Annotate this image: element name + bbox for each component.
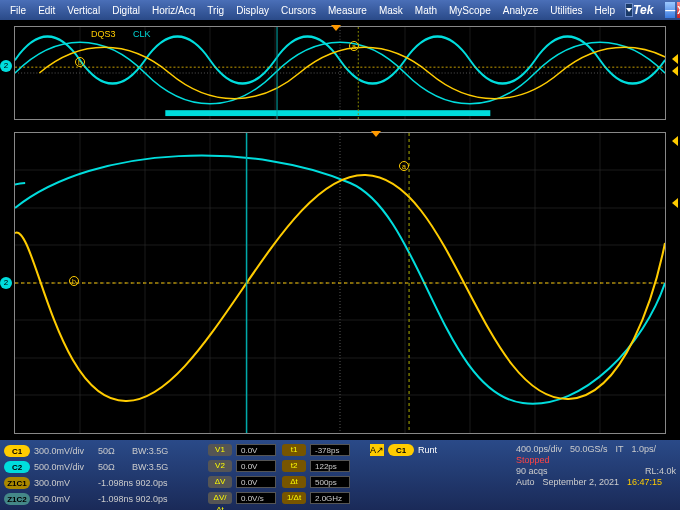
- meas-dt-v: 500ps: [310, 476, 350, 488]
- toolbar-dropdown-icon[interactable]: [625, 3, 633, 17]
- menu-trig[interactable]: Trig: [201, 5, 230, 16]
- trigger-t-marker: [331, 25, 341, 31]
- brand-label: Tek: [633, 3, 663, 17]
- z1c2-badge: Z1C2: [4, 493, 30, 505]
- menu-display[interactable]: Display: [230, 5, 275, 16]
- acq-count: 90 acqs: [516, 466, 548, 476]
- c2-badge: C2: [4, 461, 30, 473]
- menu-utilities[interactable]: Utilities: [544, 5, 588, 16]
- main-right-arrow-2: [672, 198, 678, 208]
- ov-right-arrow-2: [672, 66, 678, 76]
- meas-dvdt-k: ΔV/Δt: [208, 492, 232, 504]
- trigger-source: C1: [388, 444, 414, 456]
- menu-measure[interactable]: Measure: [322, 5, 373, 16]
- meas-v1-v: 0.0V: [236, 444, 276, 456]
- menu-help[interactable]: Help: [589, 5, 622, 16]
- z1c1-pos: -1.098ns 902.0ps: [98, 478, 188, 488]
- acq-state: Stopped: [516, 455, 550, 465]
- trigger-panel[interactable]: A↗ C1 Runt: [370, 444, 437, 506]
- meas-t1-v: -378ps: [310, 444, 350, 456]
- cursor-a-tag-main[interactable]: a: [399, 161, 409, 171]
- main-svg: [15, 133, 665, 433]
- acq-date: September 2, 2021: [543, 477, 620, 487]
- c2-bw: BW:3.5G: [132, 462, 176, 472]
- menu-file[interactable]: File: [4, 5, 32, 16]
- menu-horiz-acq[interactable]: Horiz/Acq: [146, 5, 201, 16]
- overview-svg: [15, 27, 665, 119]
- z1c2-pos: -1.098ns 902.0ps: [98, 494, 188, 504]
- minimize-button[interactable]: —: [665, 2, 675, 18]
- c2-imp: 50Ω: [98, 462, 128, 472]
- acq-time: 16:47:15: [627, 477, 662, 487]
- menu-vertical[interactable]: Vertical: [61, 5, 106, 16]
- measurements-panel: V10.0V V20.0V ΔV0.0V ΔV/Δt0.0V/s t1-378p…: [208, 444, 350, 506]
- meas-v2-v: 0.0V: [236, 460, 276, 472]
- main-trigger-marker: [371, 131, 381, 137]
- z1c1-badge: Z1C1: [4, 477, 30, 489]
- overview-ch1-label: DQS3: [91, 29, 116, 39]
- menu-mask[interactable]: Mask: [373, 5, 409, 16]
- ch2-ground-marker[interactable]: 2: [0, 60, 12, 72]
- meas-dv-k: ΔV: [208, 476, 232, 488]
- meas-1dt-v: 2.0GHz: [310, 492, 350, 504]
- meas-dv-v: 0.0V: [236, 476, 276, 488]
- timebase-interp: 1.0ps/: [632, 444, 657, 454]
- menu-digital[interactable]: Digital: [106, 5, 146, 16]
- ch-row-c2[interactable]: C2 500.0mV/div 50Ω BW:3.5G: [4, 460, 188, 474]
- trigger-slope-icon: A↗: [370, 444, 384, 456]
- timebase-scale: 400.0ps/div: [516, 444, 562, 454]
- meas-dt-k: Δt: [282, 476, 306, 488]
- acq-rl: RL:4.0k: [645, 466, 676, 476]
- timebase-mode: IT: [616, 444, 624, 454]
- ov-right-arrow-1: [672, 54, 678, 64]
- c1-imp: 50Ω: [98, 446, 128, 456]
- c1-bw: BW:3.5G: [132, 446, 176, 456]
- meas-t2-k: t2: [282, 460, 306, 472]
- menu-cursors[interactable]: Cursors: [275, 5, 322, 16]
- meas-t1-k: t1: [282, 444, 306, 456]
- c2-scale: 500.0mV/div: [34, 462, 94, 472]
- trigger-type: Runt: [418, 445, 437, 455]
- status-panel: 400.0ps/div 50.0GS/s IT 1.0ps/ Stopped 9…: [516, 444, 676, 506]
- cursor-a-tag-overview[interactable]: a: [349, 41, 359, 51]
- menu-analyze[interactable]: Analyze: [497, 5, 545, 16]
- ch-row-z1c1[interactable]: Z1C1 300.0mV -1.098ns 902.0ps: [4, 476, 188, 490]
- scope-area: DQS3 CLK b a 2 b a: [0, 20, 680, 440]
- meas-dvdt-v: 0.0V/s: [236, 492, 276, 504]
- svg-rect-10: [165, 110, 490, 116]
- z1c1-scale: 300.0mV: [34, 478, 94, 488]
- overview-ch2-label: CLK: [133, 29, 151, 39]
- menu-edit[interactable]: Edit: [32, 5, 61, 16]
- menu-math[interactable]: Math: [409, 5, 443, 16]
- menu-bar: File Edit Vertical Digital Horiz/Acq Tri…: [0, 0, 680, 20]
- menu-myscope[interactable]: MyScope: [443, 5, 497, 16]
- meas-t2-v: 122ps: [310, 460, 350, 472]
- c1-badge: C1: [4, 445, 30, 457]
- main-right-arrow-1: [672, 136, 678, 146]
- ch2-ground-marker-main[interactable]: 2: [0, 277, 12, 289]
- meas-v2-k: V2: [208, 460, 232, 472]
- acq-mode: Auto: [516, 477, 535, 487]
- cursor-b-tag-main[interactable]: b: [69, 276, 79, 286]
- timebase-rate: 50.0GS/s: [570, 444, 608, 454]
- meas-v1-k: V1: [208, 444, 232, 456]
- channel-panel: C1 300.0mV/div 50Ω BW:3.5G C2 500.0mV/di…: [4, 444, 188, 506]
- z1c2-scale: 500.0mV: [34, 494, 94, 504]
- ch-row-c1[interactable]: C1 300.0mV/div 50Ω BW:3.5G: [4, 444, 188, 458]
- overview-plot[interactable]: DQS3 CLK b a: [14, 26, 666, 120]
- meas-1dt-k: 1/Δt: [282, 492, 306, 504]
- cursor-b-tag-overview[interactable]: b: [75, 57, 85, 67]
- status-bar: C1 300.0mV/div 50Ω BW:3.5G C2 500.0mV/di…: [0, 440, 680, 510]
- c1-scale: 300.0mV/div: [34, 446, 94, 456]
- ch-row-z1c2[interactable]: Z1C2 500.0mV -1.098ns 902.0ps: [4, 492, 188, 506]
- main-plot[interactable]: b a: [14, 132, 666, 434]
